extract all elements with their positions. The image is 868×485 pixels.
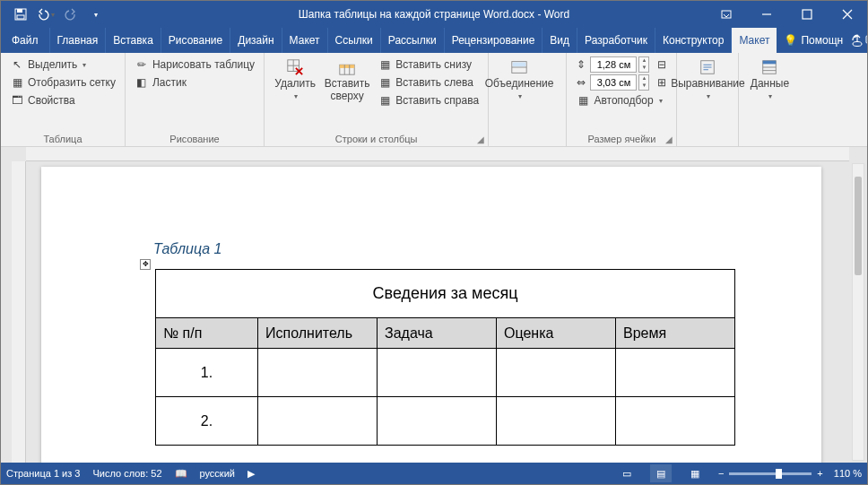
view-web-layout[interactable]: ▦: [684, 464, 706, 482]
insert-above-button[interactable]: Вставить сверху: [324, 56, 370, 105]
table-cell[interactable]: 2.: [156, 397, 258, 446]
ruler-vertical[interactable]: [12, 161, 26, 463]
tab-table-layout[interactable]: Макет: [732, 28, 777, 53]
tab-insert[interactable]: Вставка: [106, 28, 161, 53]
zoom-control: − + 110 %: [718, 468, 862, 479]
group-label: Размер ячейки◢: [574, 132, 669, 144]
insert-left-icon: ▦: [378, 75, 392, 90]
select-button[interactable]: ↖Выделить: [8, 56, 117, 73]
ribbon: ↖Выделить ▦Отобразить сетку 🗔Свойства Та…: [1, 53, 867, 147]
table-cell[interactable]: [258, 397, 378, 446]
zoom-level[interactable]: 110 %: [834, 468, 862, 479]
table-cell[interactable]: [378, 349, 497, 397]
table-row[interactable]: 1.: [156, 349, 735, 397]
document-area: Таблица 1 ✥ Сведения за месяц № п/п Испо…: [1, 147, 867, 463]
statusbar: Страница 1 из 3 Число слов: 52 📖 русский…: [1, 463, 867, 484]
table-move-handle[interactable]: ✥: [140, 259, 151, 270]
page[interactable]: Таблица 1 ✥ Сведения за месяц № п/п Испо…: [41, 167, 821, 463]
tab-layout[interactable]: Макет: [282, 28, 328, 53]
scrollbar-vertical[interactable]: [852, 163, 864, 461]
status-page[interactable]: Страница 1 из 3: [6, 468, 80, 479]
table-header-cell[interactable]: № п/п: [156, 318, 258, 349]
status-language[interactable]: русский: [200, 468, 235, 479]
status-macro[interactable]: ▶: [247, 468, 255, 480]
quick-access-toolbar: ▾: [1, 2, 108, 27]
insert-left-button[interactable]: ▦Вставить слева: [376, 74, 481, 91]
group-label: Таблица: [8, 132, 117, 144]
delete-button[interactable]: Удалить: [272, 56, 318, 102]
group-label: Строки и столбцы◢: [272, 132, 481, 144]
scrollbar-thumb[interactable]: [855, 177, 862, 275]
tab-draw[interactable]: Рисование: [161, 28, 230, 53]
tab-references[interactable]: Ссылки: [328, 28, 381, 53]
minimize-button[interactable]: [746, 1, 786, 28]
table-cell[interactable]: [378, 397, 497, 446]
data-button[interactable]: Данные: [746, 56, 793, 102]
qat-customize-button[interactable]: ▾: [83, 2, 108, 27]
table-cell[interactable]: [616, 349, 735, 397]
distribute-rows-icon[interactable]: ⊟: [655, 57, 669, 72]
view-gridlines-button[interactable]: ▦Отобразить сетку: [8, 74, 117, 91]
ruler-horizontal[interactable]: [26, 147, 849, 161]
comments-button[interactable]: [864, 28, 868, 53]
zoom-slider[interactable]: [729, 472, 812, 475]
properties-button[interactable]: 🗔Свойства: [8, 92, 117, 108]
merge-button[interactable]: Объединение: [496, 56, 542, 102]
view-print-layout[interactable]: ▤: [650, 464, 672, 482]
dialog-launcher[interactable]: ◢: [665, 134, 673, 144]
zoom-in-button[interactable]: +: [817, 468, 822, 479]
dialog-launcher[interactable]: ◢: [477, 134, 484, 144]
insert-right-button[interactable]: ▦Вставить справа: [376, 92, 481, 108]
table-cell[interactable]: [616, 397, 735, 446]
properties-icon: 🗔: [10, 93, 24, 108]
table-header-cell[interactable]: Оценка: [497, 318, 616, 349]
table-header-cell[interactable]: Время: [616, 318, 735, 349]
group-label: Рисование: [133, 132, 256, 144]
redo-button[interactable]: [58, 2, 83, 27]
status-spellcheck[interactable]: 📖: [175, 468, 187, 480]
zoom-out-button[interactable]: −: [718, 468, 724, 479]
ribbon-options-button[interactable]: [706, 1, 746, 28]
table-cell[interactable]: [497, 397, 616, 446]
col-width-icon: ⇔: [574, 75, 588, 90]
table-header-row[interactable]: № п/п Исполнитель Задача Оценка Время: [156, 318, 735, 349]
table-title-cell[interactable]: Сведения за месяц: [156, 270, 735, 318]
col-width-spinner[interactable]: ▲▼: [638, 74, 649, 91]
col-width-input[interactable]: [590, 74, 637, 91]
eraser-button[interactable]: ◧Ластик: [133, 74, 256, 91]
table-row[interactable]: 2.: [156, 397, 735, 446]
status-word-count[interactable]: Число слов: 52: [92, 468, 161, 479]
tab-review[interactable]: Рецензирование: [445, 28, 543, 53]
draw-table-button[interactable]: ✏Нарисовать таблицу: [133, 56, 256, 73]
tab-view[interactable]: Вид: [542, 28, 577, 53]
document-table[interactable]: Сведения за месяц № п/п Исполнитель Зада…: [155, 269, 735, 446]
table-cell[interactable]: [497, 349, 616, 397]
lightbulb-icon: 💡: [784, 34, 797, 47]
tab-home[interactable]: Главная: [50, 28, 107, 53]
tell-me[interactable]: 💡Помощн: [777, 28, 850, 53]
insert-below-button[interactable]: ▦Вставить снизу: [376, 56, 481, 73]
print-layout-icon: ▤: [656, 468, 665, 480]
close-button[interactable]: [827, 1, 867, 28]
save-button[interactable]: [8, 2, 33, 27]
row-height-input[interactable]: [590, 56, 637, 73]
alignment-button[interactable]: Выравнивание: [684, 56, 731, 102]
undo-button[interactable]: [33, 2, 58, 27]
tab-mailings[interactable]: Рассылки: [381, 28, 445, 53]
distribute-cols-icon[interactable]: ⊞: [655, 75, 669, 90]
table-cell[interactable]: 1.: [156, 349, 258, 397]
table-header-cell[interactable]: Исполнитель: [258, 318, 378, 349]
tab-file[interactable]: Файл: [1, 28, 50, 53]
row-height-spinner[interactable]: ▲▼: [638, 56, 649, 73]
tab-design[interactable]: Дизайн: [230, 28, 282, 53]
table-header-cell[interactable]: Задача: [378, 318, 497, 349]
autofit-button[interactable]: ▦Автоподбор: [574, 92, 669, 108]
table-caption[interactable]: Таблица 1: [153, 241, 221, 257]
tab-developer[interactable]: Разработчик: [577, 28, 655, 53]
table-cell[interactable]: [258, 349, 378, 397]
tab-table-design[interactable]: Конструктор: [655, 28, 732, 53]
share-button[interactable]: [850, 28, 864, 53]
view-read-mode[interactable]: ▭: [616, 464, 638, 482]
zoom-slider-thumb[interactable]: [776, 469, 782, 479]
maximize-button[interactable]: [786, 1, 827, 28]
